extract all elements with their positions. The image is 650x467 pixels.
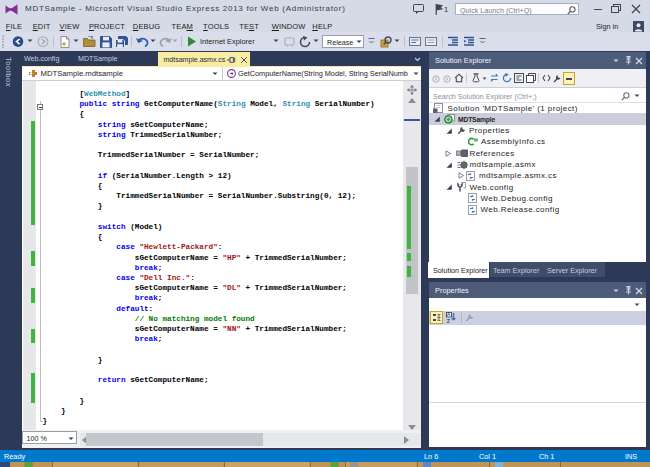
svg-text:Z: Z xyxy=(447,318,451,324)
